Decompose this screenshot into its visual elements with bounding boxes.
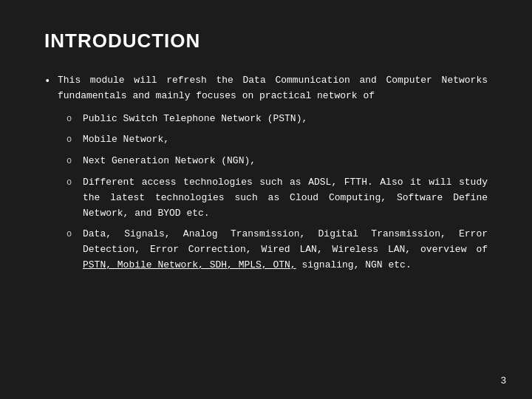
bullet-dot: • — [44, 74, 58, 90]
sub-bullet-2: o — [66, 133, 83, 147]
sub-bullet-4: o — [66, 176, 83, 190]
main-bullet-text: This module will refresh the Data Commun… — [58, 73, 488, 104]
sub-text-2: Mobile Network, — [83, 132, 488, 148]
sub-item-1: o Public Switch Telephone Network (PSTN)… — [66, 112, 488, 127]
sub-text-1: Public Switch Telephone Network (PSTN), — [83, 112, 488, 127]
sub-bullet-5: o — [66, 228, 83, 242]
sub-text-5: Data, Signals, Analog Transmission, Digi… — [83, 227, 488, 273]
slide: INTRODUCTION • This module will refresh … — [0, 0, 532, 399]
sub-item-2: o Mobile Network, — [66, 132, 488, 148]
sub-text-3: Next Generation Network (NGN), — [83, 154, 488, 169]
sub-bullet-3: o — [66, 154, 83, 168]
sub-item-3: o Next Generation Network (NGN), — [66, 154, 488, 169]
underlined-text: PSTN, Mobile Network, SDH, MPLS, OTN, — [83, 259, 296, 270]
page-number: 3 — [501, 375, 506, 386]
sub-item-4: o Different access technologies such as … — [66, 175, 488, 221]
main-bullet: • This module will refresh the Data Comm… — [44, 73, 488, 104]
sub-text-4: Different access technologies such as AD… — [83, 175, 488, 221]
sub-items-list: o Public Switch Telephone Network (PSTN)… — [66, 112, 488, 273]
slide-title: INTRODUCTION — [44, 30, 488, 52]
slide-content: • This module will refresh the Data Comm… — [44, 73, 488, 273]
sub-bullet-1: o — [66, 112, 83, 126]
sub-item-5: o Data, Signals, Analog Transmission, Di… — [66, 227, 488, 273]
